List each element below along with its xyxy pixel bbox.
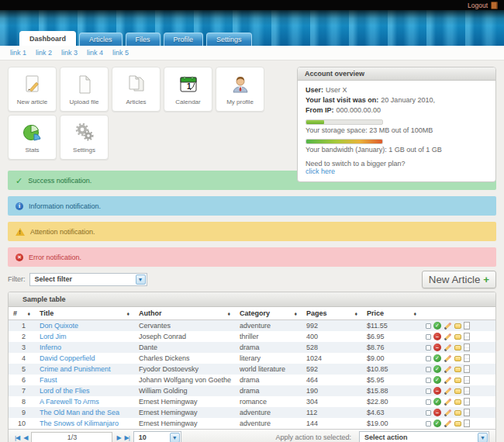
details-page-icon[interactable] <box>464 344 470 351</box>
edit-pencil-icon[interactable] <box>444 409 452 416</box>
tab-dashboard[interactable]: Dashboard <box>19 31 76 46</box>
row-checkbox[interactable] <box>426 378 431 383</box>
comment-bubble-icon[interactable] <box>454 421 461 426</box>
book-title-link[interactable]: The Snows of Kilimanjaro <box>40 420 119 427</box>
quick-link-3[interactable]: link 3 <box>61 49 78 57</box>
comment-bubble-icon[interactable] <box>454 388 461 394</box>
status-icon[interactable] <box>433 344 441 351</box>
apply-action-select[interactable]: Select action ▼ <box>359 431 489 442</box>
quick-link-1[interactable]: link 1 <box>10 49 26 57</box>
details-page-icon[interactable] <box>464 387 470 395</box>
sort-icon[interactable]: ♦ <box>126 311 129 316</box>
book-title-link[interactable]: Crime and Punishment <box>40 365 111 373</box>
last-page-icon[interactable]: ▶| <box>125 434 129 441</box>
my-profile-card[interactable]: My profile <box>216 67 264 112</box>
page-indicator-input[interactable]: 1/3 <box>31 432 112 442</box>
details-page-icon[interactable] <box>464 420 470 427</box>
row-checkbox[interactable] <box>426 421 431 426</box>
calendar-card[interactable]: 1 Calendar <box>164 67 212 112</box>
filter-select[interactable]: Select filter ▼ <box>29 273 147 286</box>
edit-pencil-icon[interactable] <box>444 420 452 427</box>
status-icon[interactable] <box>433 387 441 395</box>
row-checkbox[interactable] <box>426 399 431 405</box>
book-title-link[interactable]: Lord of the Flies <box>40 387 90 395</box>
status-icon[interactable] <box>433 354 441 362</box>
book-title-link[interactable]: Lord Jim <box>40 333 67 340</box>
comment-bubble-icon[interactable] <box>454 399 461 405</box>
sort-icon[interactable]: ♦ <box>27 311 30 316</box>
row-checkbox[interactable] <box>426 345 431 350</box>
edit-pencil-icon[interactable] <box>444 354 452 362</box>
logout-door-icon[interactable] <box>491 2 498 9</box>
edit-pencil-icon[interactable] <box>444 344 452 351</box>
logout-link[interactable]: Logout <box>468 2 488 9</box>
details-page-icon[interactable] <box>464 376 470 384</box>
sort-icon[interactable]: ♦ <box>294 311 297 316</box>
book-title-link[interactable]: Don Quixote <box>40 322 78 330</box>
edit-pencil-icon[interactable] <box>444 365 452 373</box>
edit-pencil-icon[interactable] <box>444 387 452 395</box>
quick-link-5[interactable]: link 5 <box>112 49 129 57</box>
comment-bubble-icon[interactable] <box>454 323 461 329</box>
click-here-link[interactable]: click here <box>306 167 335 175</box>
upload-file-card[interactable]: Upload file <box>60 67 109 112</box>
sort-icon[interactable]: ♦ <box>227 311 230 316</box>
tab-files[interactable]: Files <box>126 33 161 46</box>
book-title-link[interactable]: A Farewell To Arms <box>40 398 99 406</box>
quick-link-2[interactable]: link 2 <box>36 49 52 57</box>
comment-bubble-icon[interactable] <box>454 367 461 372</box>
edit-pencil-icon[interactable] <box>444 322 452 330</box>
comment-bubble-icon[interactable] <box>454 378 461 383</box>
status-icon[interactable] <box>433 409 441 416</box>
tab-articles[interactable]: Articles <box>79 33 123 46</box>
comment-bubble-icon[interactable] <box>454 356 461 361</box>
articles-card[interactable]: Articles <box>112 67 161 112</box>
prev-page-icon[interactable]: ◀ <box>23 434 27 441</box>
book-title-link[interactable]: David Copperfield <box>40 354 95 362</box>
page-size-select[interactable]: 10 ▼ <box>133 431 181 442</box>
sort-icon[interactable]: ♦ <box>354 311 357 316</box>
details-page-icon[interactable] <box>464 354 470 362</box>
book-title-link[interactable]: The Old Man and the Sea <box>40 409 119 416</box>
row-checkbox[interactable] <box>426 334 431 340</box>
row-checkbox[interactable] <box>426 367 431 372</box>
row-checkbox[interactable] <box>426 323 431 329</box>
col-header-num[interactable]: #♦ <box>9 307 35 320</box>
details-page-icon[interactable] <box>464 333 470 340</box>
status-icon[interactable] <box>433 322 441 330</box>
status-icon[interactable] <box>433 398 441 406</box>
col-header-title[interactable]: Title♦ <box>35 307 134 320</box>
book-title-link[interactable]: Inferno <box>40 344 61 351</box>
tab-settings[interactable]: Settings <box>206 33 252 46</box>
edit-pencil-icon[interactable] <box>444 376 452 384</box>
details-page-icon[interactable] <box>464 322 470 330</box>
status-icon[interactable] <box>433 376 441 384</box>
col-header-price[interactable]: Price♦ <box>362 307 421 320</box>
status-icon[interactable] <box>433 365 441 373</box>
edit-pencil-icon[interactable] <box>444 333 452 340</box>
settings-card[interactable]: Settings <box>60 115 109 160</box>
comment-bubble-icon[interactable] <box>454 345 461 350</box>
comment-bubble-icon[interactable] <box>454 334 461 340</box>
row-checkbox[interactable] <box>426 410 431 416</box>
quick-link-4[interactable]: link 4 <box>87 49 103 57</box>
sort-icon[interactable]: ♦ <box>413 311 416 316</box>
col-header-category[interactable]: Category♦ <box>235 307 302 320</box>
status-icon[interactable] <box>433 420 441 427</box>
next-page-icon[interactable]: ▶ <box>116 434 120 441</box>
new-article-card[interactable]: New article <box>8 67 57 112</box>
new-article-button[interactable]: New Article + <box>422 271 496 288</box>
comment-bubble-icon[interactable] <box>454 410 461 416</box>
row-checkbox[interactable] <box>426 356 431 361</box>
tab-profile[interactable]: Profile <box>164 33 204 46</box>
details-page-icon[interactable] <box>464 398 470 406</box>
col-header-pages[interactable]: Pages♦ <box>302 307 362 320</box>
details-page-icon[interactable] <box>464 365 470 373</box>
status-icon[interactable] <box>433 333 441 340</box>
details-page-icon[interactable] <box>464 409 470 416</box>
book-title-link[interactable]: Faust <box>40 376 57 384</box>
col-header-author[interactable]: Author♦ <box>134 307 235 320</box>
stats-card[interactable]: Stats <box>8 115 57 160</box>
edit-pencil-icon[interactable] <box>444 398 452 406</box>
first-page-icon[interactable]: |◀ <box>15 434 19 441</box>
